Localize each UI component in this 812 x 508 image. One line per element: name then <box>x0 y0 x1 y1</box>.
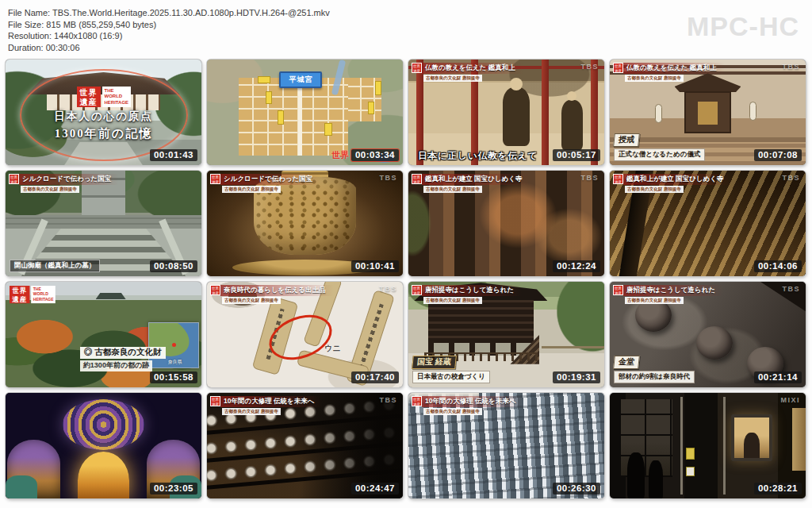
tbs-watermark: TBS <box>783 285 801 293</box>
banner-row: 世界遺産 奈良時代の暮らしを伝える出土品 <box>210 285 334 296</box>
timestamp: 00:19:31 <box>553 371 600 383</box>
timestamp: 00:07:08 <box>754 149 802 161</box>
monk-figure-art <box>561 100 583 151</box>
annotation-text: ウニ <box>324 343 340 354</box>
tbs-watermark: TBS <box>581 63 599 71</box>
tbs-watermark: TBS <box>783 174 801 182</box>
world-heritage-mini-badge: 世界遺産 <box>412 396 422 406</box>
video-thumbnail-9: 世界遺産 THE WORLD HERITAGE ◎ 古都奈良の文化財 約1300… <box>6 282 201 387</box>
file-name-line: File Name: TBS.The.World.Heritage.2025.1… <box>8 7 330 19</box>
video-thumbnail-2: 平城宮 世界 00:03:34 <box>207 60 403 165</box>
dome-art <box>63 399 145 450</box>
lantern-art <box>749 102 756 121</box>
monk-head-art <box>567 91 576 101</box>
banner-row: 世界遺産 唐招提寺はこうして造られた <box>412 285 522 296</box>
timestamp: 00:15:58 <box>150 371 197 383</box>
place-label: 開山御廟（鑑真和上の墓） <box>10 260 100 272</box>
timestamp-prefix: 世界 <box>331 149 349 161</box>
site-desc-label: 約1300年前の都の跡 <box>80 360 152 371</box>
tbs-watermark: TBS <box>783 63 801 71</box>
world-heritage-mini-badge: 世界遺産 <box>210 285 220 295</box>
person-silhouette-art <box>627 452 645 498</box>
map-tag <box>368 102 374 114</box>
banner-row: 世界遺産 シルクロードで伝わった国宝 <box>9 174 119 185</box>
map-tag <box>324 123 332 136</box>
episode-banner: 世界遺産 シルクロードで伝わった国宝 古都奈良の文化財 唐招提寺 <box>210 174 320 193</box>
ink-writing-art <box>358 303 383 368</box>
episode-banner: 世界遺産 10年間の大修理 伝統を未来へ 古都奈良の文化財 唐招提寺 <box>210 396 322 415</box>
caption-labels: 金堂 部材の約9割は奈良時代 <box>614 356 695 383</box>
world-heritage-mini-badge: 世界遺産 <box>613 63 623 73</box>
world-heritage-logo: 世界遺産 THE WORLD HERITAGE <box>10 286 56 303</box>
description-label: 正式な僧となるための儀式 <box>614 148 705 161</box>
video-thumbnail-15: 世界遺産 10年間の大修理 伝統を未来へ 古都奈良の文化財 唐招提寺 00:26… <box>408 393 604 498</box>
world-heritage-mini-badge: 世界遺産 <box>613 174 623 184</box>
timestamp: 00:08:50 <box>150 260 197 272</box>
video-thumbnail-11: 世界遺産 唐招提寺はこうして造られた 古都奈良の文化財 唐招提寺 国宝 経蔵 日… <box>408 282 604 387</box>
nail-cover-art <box>696 326 733 360</box>
monk-figure-art <box>503 87 530 146</box>
caption-labels: ◎ 古都奈良の文化財 約1300年前の都の跡 <box>80 347 166 371</box>
term-label: 授戒 <box>613 133 640 147</box>
door-frame-art <box>723 397 726 494</box>
lit-doorway-art <box>792 408 806 471</box>
video-thumbnail-14: 世界遺産 10年間の大修理 伝統を未来へ 古都奈良の文化財 唐招提寺 TBS 0… <box>207 393 403 498</box>
caption-labels: 開山御廟（鑑真和上の墓） <box>10 260 100 272</box>
world-heritage-logo-en: THE WORLD HERITAGE <box>102 87 131 107</box>
site-name-label: ◎ 古都奈良の文化財 <box>80 347 166 359</box>
episode-banner: 世界遺産 10年間の大修理 伝統を未来へ 古都奈良の文化財 唐招提寺 <box>412 396 523 415</box>
world-heritage-mini-badge: 世界遺産 <box>210 396 220 406</box>
timestamp: 00:05:17 <box>553 149 600 161</box>
video-thumbnail-12: 世界遺産 唐招提寺はこうして造られた 古都奈良の文化財 唐招提寺 TBS 金堂 … <box>610 282 806 387</box>
resolution-line: Resolution: 1440x1080 (16:9) <box>8 30 330 42</box>
poster-art <box>686 448 695 460</box>
classroom-window-art <box>731 414 772 462</box>
caption-labels: 国宝 経蔵 日本最古の校倉づくり <box>412 356 490 383</box>
episode-title-line1: 日本人の心の原点 <box>54 110 153 124</box>
file-info-header: File Name: TBS.The.World.Heritage.2025.1… <box>8 7 330 53</box>
video-thumbnail-16: MIXI 00:28:21 <box>610 393 806 498</box>
timestamp: 00:24:47 <box>351 483 399 495</box>
corner-art <box>6 475 37 498</box>
banner-row: 世界遺産 10年間の大修理 伝統を未来へ <box>412 396 523 407</box>
video-thumbnail-13: 00:23:05 <box>6 393 201 498</box>
episode-banner: 世界遺産 唐招提寺はこうして造られた 古都奈良の文化財 唐招提寺 <box>412 285 522 304</box>
world-heritage-mini-badge: 世界遺産 <box>412 285 422 295</box>
timestamp: 00:28:21 <box>754 483 802 495</box>
banner-row: 世界遺産 唐招提寺はこうして造られた <box>613 285 723 296</box>
world-heritage-mini-badge: 世界遺産 <box>210 174 220 184</box>
door-frame-art <box>680 397 683 494</box>
term-label: 金堂 <box>613 356 640 369</box>
lit-arch-art <box>78 452 128 498</box>
caption-labels: 授戒 正式な僧となるための儀式 <box>614 133 705 161</box>
banner-row: 世界遺産 仏教の教えを伝えた 鑑真和上 <box>412 63 523 74</box>
lantern-art <box>655 104 662 123</box>
banner-row: 世界遺産 シルクロードで伝わった国宝 <box>210 174 320 185</box>
timestamp: 00:10:41 <box>351 260 399 272</box>
person-silhouette-art <box>649 460 663 498</box>
map-tag <box>375 81 381 95</box>
storehouse-body-art <box>428 300 534 344</box>
banner-row: 世界遺産 鑑真和上が建立 国宝ひしめく寺 <box>613 174 731 185</box>
location-marker <box>172 343 176 347</box>
pillar-art <box>542 60 549 165</box>
prefecture-label: 奈良県 <box>168 359 182 366</box>
world-heritage-logo-jp: 世界遺産 <box>77 87 101 107</box>
banner-row: 世界遺産 仏教の教えを伝えた 鑑真和上 <box>613 63 725 74</box>
world-heritage-logo-jp: 世界遺産 <box>10 286 30 303</box>
episode-banner: 世界遺産 仏教の教えを伝えた 鑑真和上 古都奈良の文化財 唐招提寺 <box>412 63 523 82</box>
map-tag <box>266 91 272 104</box>
world-heritage-mini-badge: 世界遺産 <box>613 285 623 295</box>
video-thumbnail-5: 世界遺産 シルクロードで伝わった国宝 古都奈良の文化財 唐招提寺 開山御廟（鑑真… <box>6 171 201 276</box>
banner-row: 世界遺産 10年間の大修理 伝統を未来へ <box>210 396 322 407</box>
mixi-watermark: MIXI <box>780 396 800 404</box>
temple-roof-art <box>96 291 126 299</box>
map-tag <box>278 110 284 125</box>
episode-banner: 世界遺産 仏教の教えを伝えた 鑑真和上 古都奈良の文化財 唐招提寺 <box>613 63 725 82</box>
video-thumbnail-8: 世界遺産 鑑真和上が建立 国宝ひしめく寺 古都奈良の文化財 唐招提寺 TBS 0… <box>610 171 806 276</box>
timestamp: 00:23:05 <box>150 483 197 495</box>
video-thumbnail-6: 世界遺産 シルクロードで伝わった国宝 古都奈良の文化財 唐招提寺 TBS 00:… <box>207 171 403 276</box>
episode-banner: 世界遺産 鑑真和上が建立 国宝ひしめく寺 古都奈良の文化財 唐招提寺 <box>412 174 530 193</box>
timestamp: 00:12:24 <box>553 260 600 272</box>
tbs-watermark: TBS <box>380 285 398 293</box>
